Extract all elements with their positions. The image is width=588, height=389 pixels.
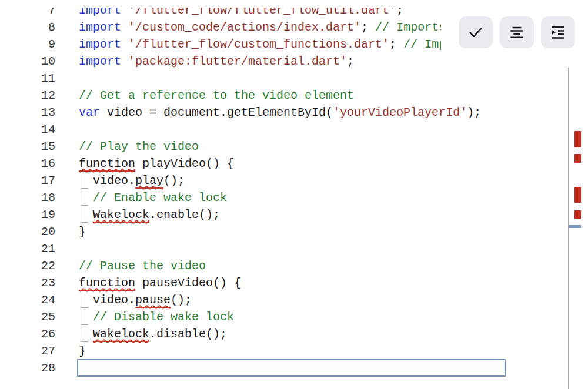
code-line: 15// Play the video [0, 138, 588, 155]
code-content[interactable]: } [79, 343, 588, 360]
token-text [121, 21, 128, 34]
indent-button[interactable] [541, 16, 575, 48]
code-line: 20} [0, 223, 588, 240]
code-content[interactable]: video.play(); [79, 172, 588, 189]
code-line: 28 [0, 360, 588, 377]
token-text: ; [361, 21, 375, 34]
code-content[interactable]: // Enable wake lock [79, 189, 588, 206]
code-line: 17 video.play(); [0, 172, 588, 189]
code-line: 16function playVideo() { [0, 155, 588, 172]
line-number: 12 [0, 87, 55, 104]
token-error: Wakelock [93, 328, 149, 342]
code-content[interactable]: video.pause(); [79, 291, 588, 308]
token-string: '/custom_code/actions/index.dart' [128, 21, 361, 34]
line-number: 26 [0, 326, 55, 343]
scrollbar-track[interactable] [568, 68, 569, 389]
code-content[interactable]: // Disable wake lock [79, 308, 588, 326]
code-content[interactable] [79, 240, 588, 257]
code-content[interactable]: // Get a reference to the video element [79, 87, 588, 104]
token-string: '/flutter_flow/custom_functions.dart' [128, 38, 389, 51]
line-number: 16 [0, 155, 55, 172]
token-keyword: var [79, 106, 100, 119]
line-number: 22 [0, 257, 55, 274]
token-text [79, 310, 93, 324]
code-line: 21 [0, 240, 588, 257]
code-content[interactable]: Wakelock.disable(); [79, 326, 588, 343]
line-number: 15 [0, 138, 55, 155]
error-marker [574, 187, 581, 203]
token-text [79, 208, 93, 222]
token-error: play [135, 175, 163, 189]
line-number: 8 [0, 19, 55, 36]
line-number: 18 [0, 189, 55, 206]
code-content[interactable]: function pauseVideo() { [79, 274, 588, 291]
code-line: 23function pauseVideo() { [0, 274, 588, 291]
code-content[interactable]: var video = document.getElementById('you… [79, 104, 588, 121]
line-number: 10 [0, 53, 55, 70]
check-icon [467, 24, 485, 41]
code-line: 14 [0, 121, 588, 138]
toolbar [441, 0, 588, 61]
token-comment: // Enable wake lock [93, 191, 227, 204]
token-error: Wakelock [93, 209, 149, 223]
token-text: .enable(); [149, 208, 220, 222]
line-number: 20 [0, 223, 55, 240]
line-number: 23 [0, 274, 55, 291]
code-line: 18 // Enable wake lock [0, 189, 588, 206]
code-editor: 7import '/flutter_flow/flutter_flow_util… [0, 0, 588, 389]
token-text: video. [79, 293, 135, 307]
code-line: 13var video = document.getElementById('y… [0, 104, 588, 121]
token-error: pause [135, 294, 171, 308]
code-content[interactable] [79, 121, 588, 138]
token-text: video. [79, 174, 135, 187]
line-number: 27 [0, 343, 55, 360]
code-content[interactable]: } [79, 223, 588, 240]
error-marker [574, 210, 581, 219]
token-comment: // Disable wake lock [93, 310, 234, 324]
code-line: 19 Wakelock.enable(); [0, 206, 588, 223]
token-text: pauseVideo() { [135, 276, 241, 290]
code-content[interactable] [79, 360, 588, 377]
code-line: 27} [0, 343, 588, 360]
code-content[interactable]: // Play the video [79, 138, 588, 155]
token-text: ; [347, 55, 354, 68]
token-text: ); [467, 106, 481, 119]
token-text [121, 38, 128, 51]
token-keyword: import [79, 21, 121, 34]
line-number: 24 [0, 291, 55, 308]
code-content[interactable]: Wakelock.enable(); [79, 206, 588, 223]
token-text: (); [163, 174, 185, 187]
cursor-position-marker [569, 225, 581, 228]
token-string: 'yourVideoPlayerId' [333, 106, 467, 119]
code-line: 25 // Disable wake lock [0, 308, 588, 326]
code-content[interactable]: function playVideo() { [79, 155, 588, 172]
error-marker [574, 131, 581, 147]
line-number: 17 [0, 172, 55, 189]
code-content[interactable]: // Pause the video [79, 257, 588, 274]
token-keyword: import [79, 38, 121, 51]
line-number: 28 [0, 360, 55, 377]
token-text: video = document.getElementById( [100, 106, 333, 119]
line-number: 13 [0, 104, 55, 121]
token-comment: // Play the video [79, 140, 199, 153]
indent-increase-icon [549, 24, 567, 41]
token-comment: // Imports [375, 21, 446, 34]
token-keyword: import [79, 55, 121, 68]
code-content[interactable] [79, 70, 588, 87]
token-error: function [79, 277, 135, 291]
code-line: 24 video.pause(); [0, 291, 588, 308]
format-align-button[interactable] [500, 16, 534, 48]
code-line: 26 Wakelock.disable(); [0, 326, 588, 343]
token-text: (); [171, 293, 192, 307]
token-comment: // Get a reference to the video element [79, 89, 354, 102]
token-text [79, 327, 93, 341]
error-marker [574, 154, 581, 163]
token-text: ; [389, 38, 403, 51]
confirm-button[interactable] [459, 16, 493, 48]
token-error: function [79, 157, 135, 172]
token-text: playVideo() { [135, 157, 234, 170]
code-line: 12// Get a reference to the video elemen… [0, 87, 588, 104]
active-line-box[interactable] [77, 359, 506, 377]
line-number: 14 [0, 121, 55, 138]
token-text [121, 55, 128, 68]
